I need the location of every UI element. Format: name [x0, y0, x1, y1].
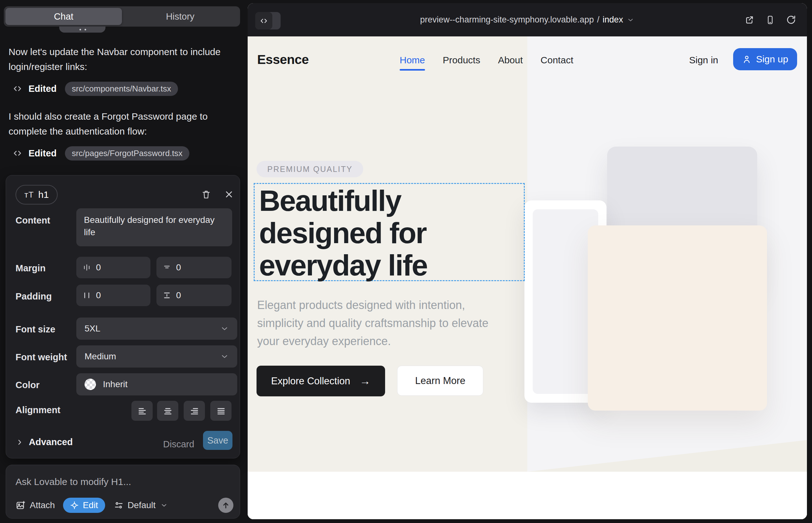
selected-element-pill: тT h1 — [16, 185, 58, 204]
alignment-label: Alignment — [16, 405, 60, 415]
file-chip[interactable]: src/components/Navbar.tsx — [65, 82, 178, 96]
font-weight-label: Font weight — [16, 352, 67, 362]
chat-composer: Ask Lovable to modify H1... Attach Edit … — [6, 465, 240, 519]
code-view-toggle[interactable] — [255, 12, 281, 30]
discard-button[interactable]: Discard — [163, 439, 194, 450]
tab-history[interactable]: History — [122, 8, 239, 25]
align-justify-icon — [216, 406, 226, 416]
font-weight-select[interactable]: Medium — [76, 345, 237, 367]
attach-button[interactable]: Attach — [16, 500, 55, 510]
edited-label: Edited — [29, 148, 57, 159]
user-icon — [742, 54, 752, 64]
font-size-select[interactable]: 5XL — [76, 318, 237, 340]
chevron-right-icon — [16, 438, 24, 446]
phone-icon — [765, 15, 775, 25]
close-icon — [224, 190, 234, 199]
color-select[interactable]: Inherit — [76, 373, 237, 395]
explore-collection-button[interactable]: Explore Collection → — [257, 366, 385, 396]
file-chip[interactable]: src/pages/ForgotPassword.tsx — [65, 146, 190, 161]
align-center-icon — [163, 406, 173, 416]
chevron-down-icon — [627, 16, 634, 24]
content-label: Content — [16, 215, 50, 226]
padding-y-icon — [163, 291, 171, 300]
sign-up-button[interactable]: Sign up — [733, 48, 797, 70]
margin-y-icon — [163, 264, 171, 272]
composer-toolbar: Attach Edit Default — [16, 497, 233, 513]
edited-file-row: Edited src/components/Navbar.tsx — [13, 82, 178, 96]
learn-more-button[interactable]: Learn More — [397, 366, 483, 396]
margin-x-icon — [83, 264, 91, 272]
refresh-icon — [786, 15, 796, 25]
open-external-button[interactable] — [744, 14, 755, 26]
edited-label: Edited — [29, 84, 57, 94]
padding-x-input[interactable]: 0 — [76, 285, 151, 306]
arrow-up-icon — [222, 501, 230, 510]
close-editor-button[interactable] — [223, 188, 235, 201]
refresh-button[interactable] — [785, 14, 797, 26]
hero-headline[interactable]: Beautifully designed for everyday life — [259, 184, 522, 282]
target-icon — [70, 501, 79, 510]
trash-icon — [201, 189, 211, 199]
chevron-down-icon — [220, 324, 229, 333]
element-tag: h1 — [38, 189, 49, 200]
site-logo[interactable]: Essence — [257, 52, 309, 67]
typography-icon: тT — [24, 190, 34, 200]
edit-mode-button[interactable]: Edit — [63, 498, 105, 513]
delete-element-button[interactable] — [200, 188, 212, 201]
image-plus-icon — [16, 500, 26, 510]
sign-in-link[interactable]: Sign in — [689, 55, 718, 66]
url-page: index — [603, 15, 623, 25]
margin-label: Margin — [16, 263, 46, 273]
code-icon — [13, 148, 22, 158]
selected-element-outline: Beautifully designed for everyday life — [254, 183, 525, 281]
align-center-button[interactable] — [157, 401, 178, 421]
margin-x-input[interactable]: 0 — [76, 257, 151, 278]
chat-message: I should also create a Forgot Password p… — [8, 109, 233, 139]
nav-link-about[interactable]: About — [498, 55, 523, 66]
align-right-button[interactable] — [184, 401, 205, 421]
padding-y-input[interactable]: 0 — [156, 285, 231, 306]
browser-bar: preview--charming-site-symphony.lovable.… — [248, 3, 807, 36]
hero-badge: PREMIUM QUALITY — [257, 161, 363, 177]
url-host: preview--charming-site-symphony.lovable.… — [420, 15, 594, 25]
chevron-down-icon — [160, 502, 168, 509]
content-textarea[interactable]: Beautifully designed for everyday life — [76, 208, 232, 246]
padding-label: Padding — [16, 291, 52, 302]
lovable-app: Chat History Now let's update the Navbar… — [0, 0, 812, 523]
align-right-icon — [190, 406, 199, 416]
nav-link-home[interactable]: Home — [400, 55, 425, 66]
site-nav: Home Products About Contact — [400, 55, 573, 66]
tab-chat[interactable]: Chat — [5, 8, 122, 25]
element-editor-panel: тT h1 Content Beautifully designed for e… — [6, 175, 240, 458]
next-section — [248, 472, 807, 519]
hero-cta-row: Explore Collection → Learn More — [257, 366, 483, 396]
code-icon — [13, 84, 22, 93]
composer-input[interactable]: Ask Lovable to modify H1... — [16, 476, 231, 487]
save-button[interactable]: Save — [203, 431, 232, 450]
url-bar[interactable]: preview--charming-site-symphony.lovable.… — [420, 15, 635, 25]
hero-description: Elegant products designed with intention… — [257, 296, 511, 350]
font-size-label: Font size — [16, 324, 55, 335]
site-preview: Essence Home Products About Contact Sign… — [248, 36, 807, 519]
scrolled-chip-partial — [59, 26, 105, 33]
padding-x-icon — [83, 291, 91, 300]
sliders-icon — [114, 501, 124, 510]
color-label: Color — [16, 380, 40, 390]
mobile-view-button[interactable] — [764, 14, 776, 26]
align-left-button[interactable] — [131, 401, 153, 421]
arrow-right-icon: → — [360, 375, 371, 387]
advanced-toggle[interactable]: Advanced — [16, 437, 73, 447]
nav-link-contact[interactable]: Contact — [541, 55, 573, 66]
default-preset-button[interactable]: Default — [114, 500, 168, 510]
edited-file-row: Edited src/pages/ForgotPassword.tsx — [13, 146, 189, 160]
send-button[interactable] — [218, 498, 233, 513]
margin-y-input[interactable]: 0 — [156, 257, 231, 278]
chat-message: Now let's update the Navbar component to… — [8, 44, 233, 74]
preview-panel: preview--charming-site-symphony.lovable.… — [248, 3, 807, 519]
nav-link-products[interactable]: Products — [443, 55, 480, 66]
chat-history-tabs: Chat History — [4, 6, 240, 26]
url-separator: / — [597, 15, 600, 25]
code-icon — [255, 12, 272, 30]
align-justify-button[interactable] — [210, 401, 231, 421]
browser-actions — [744, 3, 797, 36]
